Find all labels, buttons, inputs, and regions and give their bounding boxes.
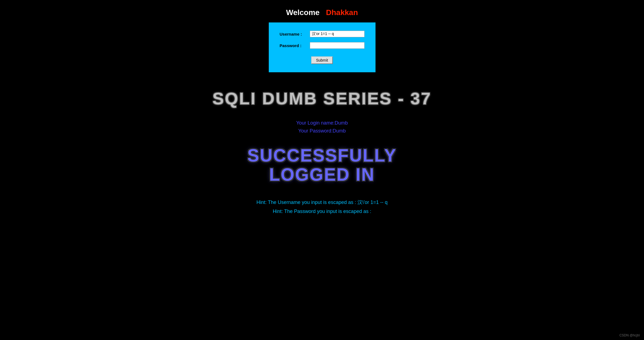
- password-hint: Hint: The Password you input is escaped …: [256, 207, 388, 216]
- watermark: CSDN @hcjtri: [619, 333, 640, 337]
- password-row: Password :: [280, 42, 365, 49]
- login-name-line: Your Login name:Dumb: [296, 119, 348, 127]
- submit-button[interactable]: Submit: [311, 56, 333, 64]
- username-display: Dhakkan: [326, 8, 358, 17]
- password-label: Password :: [280, 43, 302, 48]
- username-row: Username :: [280, 31, 365, 37]
- welcome-text: Welcome: [286, 8, 319, 17]
- password-line: Your Password:Dumb: [296, 127, 348, 135]
- success-message: SUCCESSFULLY LOGGED IN: [247, 146, 397, 185]
- success-line2: LOGGED IN: [247, 165, 397, 184]
- username-label: Username :: [280, 32, 302, 36]
- series-title: SQLI DUMB SERIES - 37: [212, 89, 432, 108]
- success-line1: SUCCESSFULLY: [247, 146, 397, 165]
- hint-section: Hint: The Username you input is escaped …: [256, 198, 388, 216]
- password-input[interactable]: [310, 42, 365, 49]
- login-info: Your Login name:Dumb Your Password:Dumb: [296, 119, 348, 135]
- username-input[interactable]: [310, 31, 365, 37]
- welcome-header: Welcome Dhakkan: [286, 8, 358, 17]
- username-hint: Hint: The Username you input is escaped …: [256, 198, 388, 207]
- login-box: Username : Password : Submit: [269, 22, 376, 72]
